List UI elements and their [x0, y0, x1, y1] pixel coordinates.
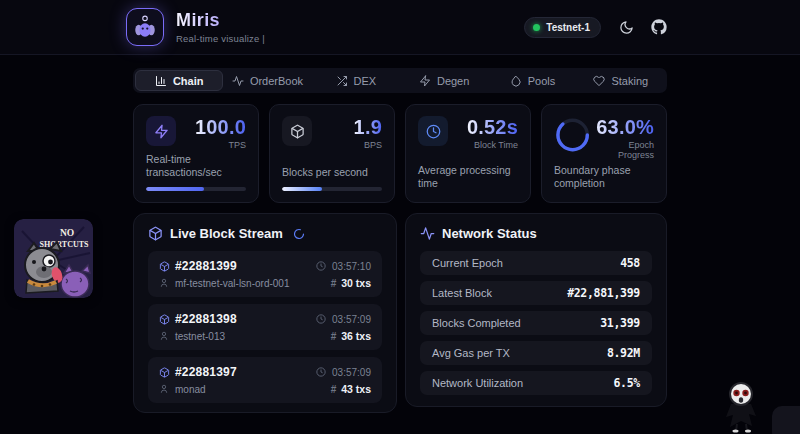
block-validator: monad: [175, 384, 206, 395]
clock-icon: [316, 367, 327, 378]
brand-text: Miris Real-time visualize |: [176, 10, 265, 44]
stat-value: 63.0%: [591, 116, 654, 139]
dark-mode-toggle[interactable]: [618, 19, 634, 35]
sticker-text-line1: NO: [60, 228, 74, 238]
stat-value: 1.9: [354, 116, 382, 139]
corner-panel: [772, 406, 800, 434]
stat-description: Blocks per second: [282, 166, 382, 180]
brand: Miris Real-time visualize |: [126, 8, 265, 46]
stat-unit: Block Time: [467, 140, 518, 150]
block-tx-count: 30 txs: [341, 277, 371, 289]
block-validator: mf-testnet-val-lsn-ord-001: [175, 278, 289, 289]
block-number: #22881398: [175, 312, 237, 326]
progress-ring-icon: [554, 116, 591, 154]
clock-icon: [418, 116, 448, 146]
cube-icon: [159, 367, 170, 378]
status-dot: [533, 24, 540, 31]
page-title: Miris: [176, 10, 265, 31]
progress-track: [146, 187, 246, 191]
stat-value: 100.0: [195, 116, 246, 139]
loader-icon: [293, 228, 305, 240]
block-row[interactable]: #22881398 03:57:09 testnet-013: [148, 304, 382, 350]
status-value: #22,881,399: [567, 286, 640, 300]
creature-logo-icon: [130, 12, 160, 42]
no-shortcuts-sticker: NO SHORTCUTS: [14, 219, 93, 298]
app-header: Miris Real-time visualize | Testnet-1: [0, 0, 800, 55]
tab-label: Chain: [173, 75, 204, 87]
block-time: 03:57:09: [332, 367, 371, 378]
cube-icon: [159, 314, 170, 325]
tab-staking[interactable]: Staking: [577, 70, 665, 91]
status-row: Latest Block #22,881,399: [420, 281, 652, 305]
live-block-stream-panel: Live Block Stream #22881399: [133, 213, 397, 413]
panel-header: Live Block Stream: [148, 226, 382, 241]
user-icon: [159, 278, 170, 289]
status-label: Avg Gas per TX: [432, 347, 510, 359]
hash-symbol: #: [331, 331, 337, 342]
main-content: Chain OrderBook DEX Degen Pools Staking: [133, 68, 667, 413]
heart-icon: [593, 75, 605, 87]
user-icon: [159, 384, 170, 395]
block-time: 03:57:09: [332, 314, 371, 325]
stat-description: Average processing time: [418, 164, 518, 191]
block-tx-count: 36 txs: [341, 330, 371, 342]
progress-fill: [146, 187, 204, 191]
clock-icon: [316, 261, 327, 272]
panel-title: Live Block Stream: [170, 226, 283, 241]
status-label: Blocks Completed: [432, 317, 521, 329]
block-row[interactable]: #22881399 03:57:10 mf-testnet-val-lsn-or…: [148, 251, 382, 297]
clock-icon: [316, 314, 327, 325]
progress-track: [282, 187, 382, 191]
tab-chain[interactable]: Chain: [135, 70, 223, 91]
stat-unit: BPS: [354, 140, 382, 150]
network-badge: Testnet-1: [524, 17, 601, 38]
activity-icon: [420, 226, 435, 241]
tab-label: Staking: [611, 75, 648, 87]
tab-label: Degen: [437, 75, 469, 87]
tab-label: OrderBook: [250, 75, 303, 87]
cube-icon: [148, 226, 163, 241]
tab-degen[interactable]: Degen: [400, 70, 488, 91]
status-list: Current Epoch 458 Latest Block #22,881,3…: [420, 251, 652, 395]
stat-unit: Epoch Progress: [591, 140, 654, 160]
progress-fill: [282, 187, 322, 191]
network-badge-label: Testnet-1: [546, 22, 590, 33]
status-label: Latest Block: [432, 287, 492, 299]
block-row[interactable]: #22881397 03:57:09 monad: [148, 357, 382, 403]
stat-description: Real-time transactions/sec: [146, 153, 246, 180]
tab-orderbook[interactable]: OrderBook: [223, 70, 311, 91]
tab-dex[interactable]: DEX: [312, 70, 400, 91]
app-logo-icon: [126, 8, 164, 46]
hash-symbol: #: [331, 278, 337, 289]
block-time: 03:57:10: [332, 261, 371, 272]
tab-pools[interactable]: Pools: [488, 70, 576, 91]
status-value: 6.5%: [614, 376, 641, 390]
stat-card-block-time: 0.52s Block Time Average processing time: [405, 104, 531, 203]
block-number: #22881397: [175, 365, 237, 379]
sticker-text-line2: SHORTCUTS: [39, 240, 89, 249]
github-link[interactable]: [651, 19, 667, 35]
stat-description: Boundary phase completion: [554, 164, 654, 191]
stat-value: 0.52s: [467, 116, 518, 139]
header-actions: Testnet-1: [524, 17, 667, 38]
activity-icon: [232, 75, 244, 87]
status-row: Current Epoch 458: [420, 251, 652, 275]
view-tabs: Chain OrderBook DEX Degen Pools Staking: [133, 68, 667, 93]
cube-icon: [282, 116, 312, 146]
moon-icon: [619, 20, 634, 35]
tab-label: Pools: [528, 75, 556, 87]
status-value: 458: [620, 256, 640, 270]
status-value: 31,399: [600, 316, 640, 330]
droplet-icon: [510, 75, 522, 87]
panel-header: Network Status: [420, 226, 652, 241]
cube-icon: [159, 261, 170, 272]
panels-row: Live Block Stream #22881399: [133, 213, 667, 413]
block-tx-count: 43 txs: [341, 383, 371, 395]
block-number: #22881399: [175, 259, 237, 273]
network-status-panel: Network Status Current Epoch 458 Latest …: [405, 213, 667, 407]
skull-creature-sticker: [720, 381, 764, 433]
github-icon: [651, 19, 667, 35]
stat-cards-row: 100.0 TPS Real-time transactions/sec 1.9: [133, 104, 667, 203]
tab-label: DEX: [354, 75, 377, 87]
stat-unit: TPS: [195, 140, 246, 150]
